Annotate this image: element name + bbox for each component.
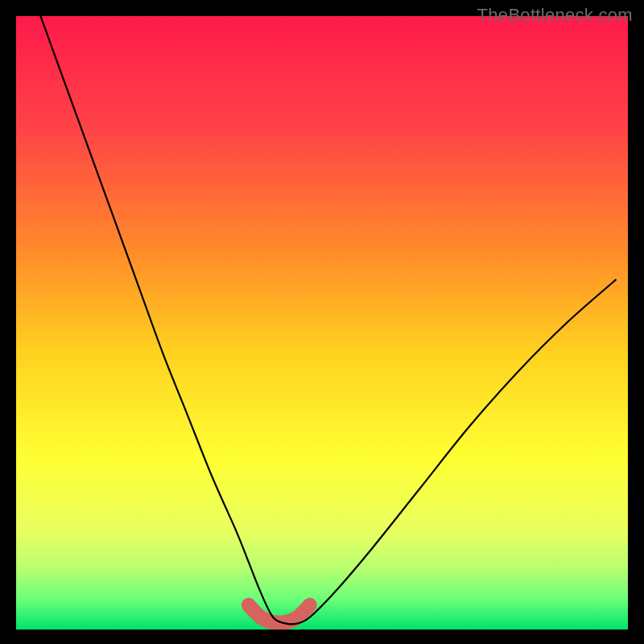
bottleneck-chart xyxy=(0,0,644,644)
watermark-text: TheBottleneck.com xyxy=(477,5,633,26)
gradient-background xyxy=(16,16,628,630)
chart-stage: TheBottleneck.com xyxy=(0,0,644,644)
